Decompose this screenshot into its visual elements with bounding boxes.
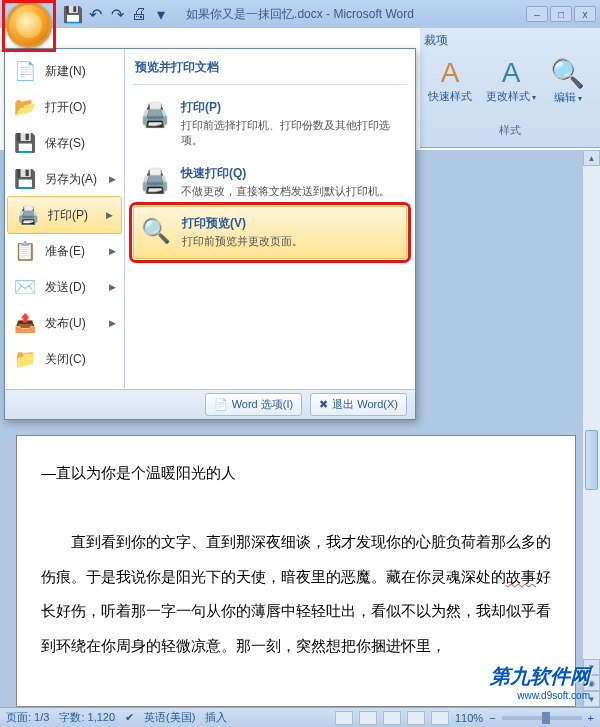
view-draft-icon[interactable]: [431, 711, 449, 725]
view-web-icon[interactable]: [383, 711, 401, 725]
menu-open[interactable]: 📂 打开(O): [5, 89, 124, 125]
sub-print[interactable]: 🖨️ 打印(P) 打印前选择打印机、打印份数及其他打印选项。: [133, 91, 407, 157]
status-zoom[interactable]: 110%: [455, 712, 483, 724]
office-logo-icon: [16, 12, 42, 38]
watermark-url: www.d9soft.com: [517, 690, 590, 701]
edit-label: 编辑: [554, 90, 582, 105]
maximize-button[interactable]: □: [550, 6, 572, 22]
sub-quick-print-desc: 不做更改，直接将文档发送到默认打印机。: [181, 184, 401, 199]
zoom-out-icon[interactable]: −: [489, 712, 495, 724]
print-preview-icon: 🔍: [140, 215, 172, 247]
chevron-right-icon: ▶: [109, 318, 116, 328]
vertical-scrollbar[interactable]: ▲ ▼ ◉ ▼: [582, 150, 600, 707]
view-outline-icon[interactable]: [407, 711, 425, 725]
save-icon[interactable]: 💾: [64, 5, 82, 23]
watermark: 第九软件网 www.d9soft.com: [490, 663, 590, 701]
quick-styles-button[interactable]: A 快速样式: [424, 55, 476, 106]
menu-open-label: 打开(O): [45, 99, 86, 116]
save-icon: 💾: [13, 131, 37, 155]
ribbon-tab[interactable]: 裁项: [424, 32, 596, 49]
office-menu-left: 📄 新建(N) 📂 打开(O) 💾 保存(S) 💾 另存为(A) ▶ 🖨️ 打印…: [5, 49, 125, 389]
ribbon: 裁项 A 快速样式 A 更改样式 🔍 编辑 样式: [420, 28, 600, 148]
menu-new[interactable]: 📄 新建(N): [5, 53, 124, 89]
status-page[interactable]: 页面: 1/3: [6, 710, 49, 725]
sub-print-title: 打印(P): [181, 99, 401, 116]
titlebar: 💾 ↶ ↷ 🖨 ▾ 如果你又是一抹回忆.docx - Microsoft Wor…: [0, 0, 600, 28]
qat-dropdown-icon[interactable]: ▾: [152, 5, 170, 23]
undo-icon[interactable]: ↶: [86, 5, 104, 23]
menu-print[interactable]: 🖨️ 打印(P) ▶: [7, 196, 122, 234]
menu-prepare[interactable]: 📋 准备(E) ▶: [5, 233, 124, 269]
view-fullscreen-icon[interactable]: [359, 711, 377, 725]
quick-access-toolbar: 💾 ↶ ↷ 🖨 ▾: [64, 5, 170, 23]
open-folder-icon: 📂: [13, 95, 37, 119]
menu-close[interactable]: 📁 关闭(C): [5, 341, 124, 377]
print-icon: 🖨️: [16, 203, 40, 227]
new-doc-icon: 📄: [13, 59, 37, 83]
quick-styles-icon: A: [441, 57, 460, 89]
qat-more-icon[interactable]: 🖨: [130, 5, 148, 23]
sub-quick-print[interactable]: 🖨️ 快速打印(Q) 不做更改，直接将文档发送到默认打印机。: [133, 157, 407, 207]
zoom-in-icon[interactable]: +: [588, 712, 594, 724]
change-styles-button[interactable]: A 更改样式: [482, 55, 540, 106]
menu-save-as-label: 另存为(A): [45, 171, 97, 188]
view-print-layout-icon[interactable]: [335, 711, 353, 725]
menu-save[interactable]: 💾 保存(S): [5, 125, 124, 161]
ribbon-styles-group: A 快速样式 A 更改样式 🔍 编辑: [424, 55, 596, 107]
menu-save-label: 保存(S): [45, 135, 85, 152]
status-language[interactable]: 英语(美国): [144, 710, 195, 725]
submenu-header: 预览并打印文档: [133, 55, 407, 85]
chevron-right-icon: ▶: [109, 174, 116, 184]
status-mode[interactable]: 插入: [205, 710, 227, 725]
word-options-button[interactable]: 📄 Word 选项(I): [205, 393, 303, 416]
edit-icon: 🔍: [550, 57, 585, 90]
sub-print-preview-desc: 打印前预览并更改页面。: [182, 234, 400, 249]
menu-save-as[interactable]: 💾 另存为(A) ▶: [5, 161, 124, 197]
options-icon: 📄: [214, 398, 228, 411]
menu-publish[interactable]: 📤 发布(U) ▶: [5, 305, 124, 341]
statusbar: 页面: 1/3 字数: 1,120 ✔ 英语(美国) 插入 110% − +: [0, 707, 600, 727]
exit-word-label: 退出 Word(X): [332, 397, 398, 412]
doc-body-1: 直到看到你的文字、直到那深夜细谈，我才发现你的心脏负荷着那么多的伤痕。于是我说你…: [41, 533, 551, 585]
menu-prepare-label: 准备(E): [45, 243, 85, 260]
menu-send-label: 发送(D): [45, 279, 86, 296]
quick-print-icon: 🖨️: [139, 165, 171, 197]
sub-print-preview[interactable]: 🔍 打印预览(V) 打印前预览并更改页面。: [133, 206, 407, 258]
menu-send[interactable]: ✉️ 发送(D) ▶: [5, 269, 124, 305]
exit-icon: ✖: [319, 398, 328, 411]
sub-print-preview-title: 打印预览(V): [182, 215, 400, 232]
quick-styles-label: 快速样式: [428, 89, 472, 104]
chevron-right-icon: ▶: [109, 282, 116, 292]
status-words[interactable]: 字数: 1,120: [59, 710, 115, 725]
edit-button[interactable]: 🔍 编辑: [546, 55, 589, 107]
minimize-button[interactable]: –: [526, 6, 548, 22]
office-button[interactable]: [6, 2, 52, 48]
save-as-icon: 💾: [13, 167, 37, 191]
menu-print-label: 打印(P): [48, 207, 88, 224]
zoom-slider[interactable]: [502, 716, 582, 720]
printer-icon: 🖨️: [139, 99, 171, 131]
chevron-right-icon: ▶: [106, 210, 113, 220]
scroll-thumb[interactable]: [585, 430, 598, 490]
word-options-label: Word 选项(I): [232, 397, 294, 412]
window-controls: – □ x: [526, 6, 600, 22]
doc-line-1: —直以为你是个温暖阳光的人: [41, 464, 236, 481]
ribbon-group-label: 样式: [424, 123, 596, 138]
exit-word-button[interactable]: ✖ 退出 Word(X): [310, 393, 407, 416]
window-title: 如果你又是一抹回忆.docx - Microsoft Word: [186, 6, 414, 23]
doc-squiggle: 故事: [506, 568, 536, 585]
spellcheck-icon[interactable]: ✔: [125, 711, 134, 724]
menu-new-label: 新建(N): [45, 63, 86, 80]
chevron-right-icon: ▶: [109, 246, 116, 256]
office-menu: 📄 新建(N) 📂 打开(O) 💾 保存(S) 💾 另存为(A) ▶ 🖨️ 打印…: [4, 48, 416, 420]
publish-icon: 📤: [13, 311, 37, 335]
menu-close-label: 关闭(C): [45, 351, 86, 368]
office-menu-right: 预览并打印文档 🖨️ 打印(P) 打印前选择打印机、打印份数及其他打印选项。 🖨…: [125, 49, 415, 389]
office-menu-footer: 📄 Word 选项(I) ✖ 退出 Word(X): [5, 389, 415, 419]
scroll-up-icon[interactable]: ▲: [583, 150, 600, 166]
redo-icon[interactable]: ↷: [108, 5, 126, 23]
document-body: —直以为你是个温暖阳光的人 直到看到你的文字、直到那深夜细谈，我才发现你的心脏负…: [41, 456, 551, 663]
zoom-thumb[interactable]: [542, 712, 550, 724]
sub-print-desc: 打印前选择打印机、打印份数及其他打印选项。: [181, 118, 401, 149]
close-button[interactable]: x: [574, 6, 596, 22]
